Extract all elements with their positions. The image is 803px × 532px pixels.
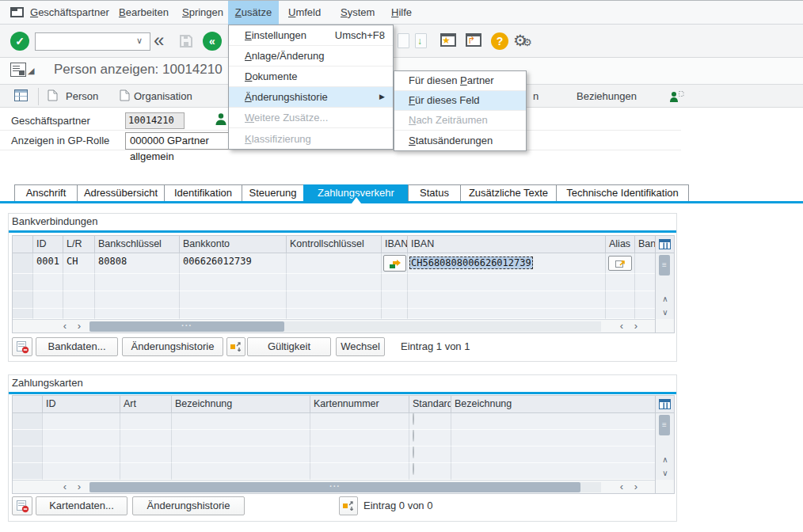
scroll-up-button[interactable]: ∧ <box>656 453 675 466</box>
tab-technische-identifikation[interactable]: Technische Identifikation <box>556 184 689 202</box>
gueltigkeit-button[interactable]: Gültigkeit <box>247 337 331 356</box>
col-standard[interactable]: Standard <box>409 396 451 413</box>
submenuitem-fuer-diesen-partner[interactable]: Für diesen Partner <box>394 71 526 91</box>
scroll-up-button[interactable]: ∧ <box>656 292 675 306</box>
scroll-down-button[interactable]: ∨ <box>656 466 675 480</box>
submenuitem-statusaenderungen[interactable]: Statusänderungen <box>394 131 526 150</box>
col-kontrollschluessel[interactable]: Kontrollschlüssel <box>287 236 382 253</box>
col-art[interactable]: Art <box>120 396 172 413</box>
table-settings-icon[interactable] <box>659 399 671 409</box>
create-shortcut-icon[interactable]: ↱ <box>466 33 481 47</box>
title-expand-icon[interactable]: ◢ <box>28 66 34 76</box>
scroll-right-button[interactable]: › <box>629 481 643 493</box>
window-system-icon[interactable] <box>10 7 24 17</box>
partner-field-value[interactable]: 10014210 <box>125 112 185 129</box>
scroll-left-button[interactable]: ‹ <box>58 481 72 493</box>
hscroll-track[interactable]: ··· <box>89 482 601 492</box>
customize-gears-icon[interactable]: ⚙⚙ <box>513 31 532 50</box>
iban-edit-button[interactable] <box>383 255 406 272</box>
col-alias[interactable]: Alias <box>606 236 635 253</box>
apptoolbar-item-organisation[interactable]: Organisation <box>134 85 192 108</box>
apptoolbar-item-beziehungen[interactable]: Beziehungen <box>577 85 637 108</box>
col-bankkonto[interactable]: Bankkonto <box>180 236 287 253</box>
col-bank[interactable]: Bank <box>635 236 655 253</box>
tab-adressuebersicht[interactable]: Adressübersicht <box>77 184 165 202</box>
col-bezeichnung[interactable]: Bezeichnung <box>172 396 310 413</box>
scroll-left-button[interactable]: ‹ <box>615 481 629 493</box>
menuitem-dokumente[interactable]: Dokumente <box>229 66 393 87</box>
menuitem-einstellungen[interactable]: Einstellungen Umsch+F8 <box>229 25 393 46</box>
scroll-down-button[interactable]: ∨ <box>656 306 675 319</box>
col-bezeichnung-2[interactable]: Bezeichnung <box>451 396 655 413</box>
menu-zusaetze[interactable]: Zusätze <box>228 1 279 25</box>
delete-card-row-button[interactable] <box>12 496 32 515</box>
row-selector-cell[interactable] <box>13 253 33 274</box>
hscroll-track[interactable]: ··· <box>89 321 601 332</box>
row-selector-header[interactable] <box>13 236 33 253</box>
hscroll-thumb[interactable]: ··· <box>89 321 284 332</box>
menu-hilfe[interactable]: Hilfe <box>385 1 418 25</box>
table-settings-icon[interactable] <box>659 239 671 249</box>
vscroll-thumb[interactable]: ≡ <box>659 415 670 435</box>
vscroll-thumb[interactable]: ≡ <box>659 255 670 276</box>
menu-umfeld[interactable]: Umfeld <box>282 1 327 25</box>
menuitem-aenderungshistorie[interactable]: Änderungshistorie ▶ <box>229 87 393 108</box>
overview-icon[interactable] <box>14 89 28 101</box>
continue-check-icon[interactable]: ✓ <box>10 32 29 51</box>
alias-button[interactable] <box>608 256 632 271</box>
menu-system[interactable]: System <box>334 1 381 25</box>
title-menu-icon[interactable] <box>10 63 26 77</box>
menu-springen[interactable]: Springen <box>176 1 230 25</box>
new-session-icon[interactable]: ★ <box>440 33 456 47</box>
kartendaten-button[interactable]: Kartendaten... <box>36 496 127 515</box>
cell-lr[interactable]: CH <box>63 253 95 274</box>
organisation-tab-doc-icon[interactable] <box>120 89 130 101</box>
command-field-input[interactable] <box>35 32 150 51</box>
help-icon[interactable]: ? <box>491 32 508 50</box>
menu-bearbeiten[interactable]: Bearbeiten <box>112 1 175 25</box>
download-icon[interactable]: ↓ <box>415 33 427 48</box>
cards-aenderungshistorie-button[interactable]: Änderungshistorie <box>132 496 245 515</box>
cards-organize-button[interactable] <box>339 496 358 515</box>
exit-icon[interactable]: « <box>203 32 222 51</box>
apptoolbar-item-partial[interactable]: n <box>533 85 539 108</box>
hscroll-thumb[interactable]: ··· <box>89 482 580 492</box>
scroll-left-button[interactable]: ‹ <box>615 320 629 332</box>
row-selector-header[interactable] <box>13 396 43 413</box>
wechsel-button[interactable]: Wechsel <box>336 337 385 356</box>
tab-anschrift[interactable]: Anschrift <box>14 184 78 202</box>
scroll-right-button[interactable]: › <box>629 320 643 332</box>
delete-bank-row-button[interactable] <box>12 337 32 356</box>
submenuitem-fuer-dieses-feld[interactable]: Für dieses Feld <box>394 91 526 111</box>
print-icon[interactable] <box>398 33 409 48</box>
tab-steuerung[interactable]: Steuerung <box>242 184 304 202</box>
col-lr[interactable]: L/R <box>63 236 95 253</box>
tab-zusaetzliche-texte[interactable]: Zusätzliche Texte <box>460 184 557 202</box>
bank-aenderungshistorie-button[interactable]: Änderungshistorie <box>122 337 223 356</box>
col-bankschluessel[interactable]: Bankschlüssel <box>95 236 180 253</box>
cell-iban[interactable]: CH5680808006626012739 <box>408 253 606 274</box>
col-id[interactable]: ID <box>33 236 63 253</box>
col-id[interactable]: ID <box>43 396 120 413</box>
tab-status[interactable]: Status <box>408 184 461 202</box>
bank-organize-button[interactable] <box>226 337 245 356</box>
relationships-person-icon[interactable] <box>669 90 684 103</box>
bankdaten-button[interactable]: Bankdaten... <box>36 337 118 356</box>
col-kartennummer[interactable]: Kartennummer <box>310 396 409 413</box>
cell-kontrollschluessel[interactable] <box>287 253 382 274</box>
apptoolbar-item-person[interactable]: Person <box>66 85 98 108</box>
tab-identifikation[interactable]: Identifikation <box>164 184 242 202</box>
back-icon[interactable]: « <box>154 31 164 50</box>
iban-selected-value[interactable]: CH5680808006626012739 <box>409 256 533 269</box>
cell-bankkonto[interactable]: 006626012739 <box>180 253 287 274</box>
cell-id[interactable]: 0001 <box>33 253 63 274</box>
scroll-right-button[interactable]: › <box>72 320 86 332</box>
scroll-right-button[interactable]: › <box>72 481 86 493</box>
menu-geschaeftspartner[interactable]: Geschäftspartner <box>24 1 116 25</box>
cell-bankschluessel[interactable]: 80808 <box>95 253 180 274</box>
person-tab-doc-icon[interactable] <box>48 89 58 101</box>
menuitem-anlage-aenderung[interactable]: Anlage/Änderung <box>229 46 393 66</box>
col-iban-button[interactable]: IBAN <box>382 236 408 253</box>
col-iban[interactable]: IBAN <box>408 236 606 253</box>
scroll-left-button[interactable]: ‹ <box>58 320 72 332</box>
